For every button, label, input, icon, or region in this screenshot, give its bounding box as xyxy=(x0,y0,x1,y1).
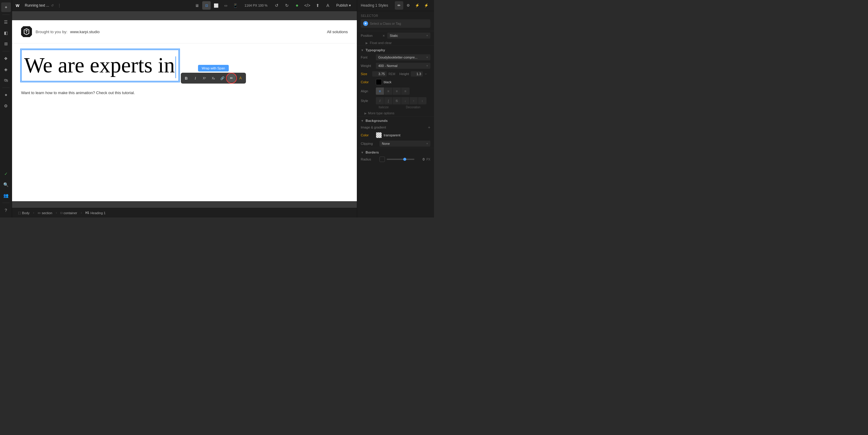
page-name[interactable]: Running text ... xyxy=(25,3,49,7)
canvas-container[interactable]: Brought to you by: www.karpi.studio All … xyxy=(12,11,357,218)
sidebar-icon-check[interactable]: ✓ xyxy=(1,169,11,179)
topbar-menu-dots[interactable]: ⋮ xyxy=(57,3,61,8)
style-label: Style xyxy=(361,99,374,103)
app-logo[interactable]: W xyxy=(16,3,19,8)
selector-plus-icon[interactable]: + xyxy=(363,21,368,26)
panel-top-icons: ✏ ⚙ ⚡ ⚡ xyxy=(395,1,430,10)
borders-section-header[interactable]: ▼ Borders xyxy=(357,148,434,155)
align-row: Align ≡ ≡ ≡ ≡ xyxy=(357,86,434,96)
align-left-btn[interactable]: ≡ xyxy=(376,87,384,95)
panel-title: Heading 1 Styles xyxy=(361,3,388,7)
format-link[interactable]: 🔗 xyxy=(218,74,227,82)
weight-dropdown[interactable]: 400 - Normal ▾ xyxy=(376,63,430,69)
status-btn[interactable]: ● xyxy=(293,1,301,10)
style-italic-btn[interactable]: I xyxy=(376,97,384,105)
clipping-label: Clipping xyxy=(361,142,378,145)
code-btn[interactable]: </> xyxy=(303,1,312,10)
sidebar-icon-pages[interactable]: ☰ xyxy=(1,17,11,27)
selector-input[interactable]: + Select a Class or Tag xyxy=(361,19,430,28)
backgrounds-chevron-icon: ▼ xyxy=(361,119,364,122)
float-label: Float and clear xyxy=(370,41,392,45)
align-center-btn[interactable]: ≡ xyxy=(384,87,393,95)
style-sub-btn[interactable]: ↓ xyxy=(401,97,410,105)
breadcrumb: ⬚ Body › ▭ section › □ container › H1 He… xyxy=(12,208,357,218)
height-decrease-btn[interactable]: − xyxy=(425,72,427,76)
clipping-dropdown[interactable]: None ▾ xyxy=(379,141,430,147)
color-label: Color xyxy=(361,80,374,84)
style-mid-btn[interactable]: ↕ xyxy=(418,97,427,105)
selector-label: Selector xyxy=(361,14,430,18)
sidebar-icon-settings[interactable]: ⚙ xyxy=(1,101,11,111)
radius-slider[interactable] xyxy=(387,159,414,160)
redo-btn[interactable]: ↻ xyxy=(283,1,291,10)
right-panel: Heading 1 Styles ✏ ⚙ ⚡ ⚡ Selector + Sele… xyxy=(357,0,434,218)
body-text[interactable]: Want to learn how to make this animation… xyxy=(12,90,357,95)
format-superscript[interactable]: X² xyxy=(200,74,209,82)
bg-color-swatch[interactable] xyxy=(376,132,382,138)
breadcrumb-heading1[interactable]: H1 Heading 1 xyxy=(83,210,108,215)
breadcrumb-container[interactable]: □ container xyxy=(58,210,80,215)
publish-button[interactable]: Publish ▾ xyxy=(334,2,353,9)
device-responsive[interactable]: ⊡ xyxy=(202,1,211,10)
sidebar-icon-help[interactable]: ? xyxy=(1,205,11,215)
sidebar-icon-assets[interactable]: ⊞ xyxy=(1,39,11,49)
sidebar-icon-search[interactable]: 🔍 xyxy=(1,180,11,190)
sidebar-icon-layers[interactable]: ◧ xyxy=(1,28,11,38)
position-dropdown[interactable]: Static ▾ xyxy=(387,33,430,39)
format-toolbar: B I X² X₂ 🔗 ✏ A xyxy=(181,73,246,84)
panel-style-btn[interactable]: ✏ xyxy=(395,1,403,10)
format-italic[interactable]: I xyxy=(191,74,199,82)
breadcrumb-body[interactable]: ⬚ Body xyxy=(16,210,32,215)
format-subscript[interactable]: X₂ xyxy=(209,74,218,82)
sidebar-icon-shop[interactable]: 🛍 xyxy=(1,76,11,85)
undo-btn[interactable]: ↺ xyxy=(273,1,281,10)
align-right-btn[interactable]: ≡ xyxy=(393,87,401,95)
typography-section-name: Typography xyxy=(366,48,385,52)
device-desktop[interactable]: 🖥 xyxy=(193,1,201,10)
sidebar-icon-add[interactable]: ＋ xyxy=(1,2,11,12)
color-swatch[interactable] xyxy=(376,79,382,85)
page-nav: All solutions xyxy=(327,30,348,34)
text-toolbar: Wrap with Span B I X² X₂ 🔗 ✏ A xyxy=(181,65,246,84)
sidebar-icon-users[interactable]: 👥 xyxy=(1,191,11,200)
accessibility-btn[interactable]: A xyxy=(324,1,332,10)
wrap-span-btn[interactable]: Wrap with Span xyxy=(198,65,228,71)
radius-icon[interactable] xyxy=(379,156,385,162)
image-gradient-add-btn[interactable]: + xyxy=(428,125,430,130)
panel-settings-btn[interactable]: ⚙ xyxy=(404,1,412,10)
more-type-options[interactable]: ▶ More type options xyxy=(357,110,434,116)
float-row[interactable]: ▶ Float and clear xyxy=(357,40,434,46)
sidebar-icon-cms[interactable]: ✦ xyxy=(1,90,11,100)
format-font-color[interactable]: A xyxy=(236,74,245,82)
share-btn[interactable]: ⬆ xyxy=(313,1,322,10)
sidebar-icon-components[interactable]: ❖ xyxy=(1,54,11,63)
sidebar-icon-symbols[interactable]: ◈ xyxy=(1,64,11,74)
height-input[interactable]: 1.3 xyxy=(411,71,423,77)
style-strikethrough-btn[interactable]: S xyxy=(393,97,401,105)
canvas-width: 1164 xyxy=(244,4,252,7)
height-label: Height xyxy=(399,72,409,76)
text-cursor xyxy=(176,56,176,78)
panel-interaction-btn[interactable]: ⚡ xyxy=(413,1,421,10)
style-sup-btn[interactable]: ↑ xyxy=(410,97,418,105)
page-edit-icon[interactable]: ↺ xyxy=(51,4,54,7)
align-justify-btn[interactable]: ≡ xyxy=(401,87,410,95)
sidebar-divider-3 xyxy=(2,87,10,88)
format-bold[interactable]: B xyxy=(182,74,190,82)
device-tablet-small[interactable]: ▭ xyxy=(221,1,230,10)
font-row: Font Goudybookletter-compre... ▾ xyxy=(357,53,434,61)
italicize-label: Italicize xyxy=(375,106,392,109)
typography-section-header[interactable]: ▼ Typography xyxy=(357,46,434,53)
font-dropdown[interactable]: Goudybookletter-compre... ▾ xyxy=(376,54,430,60)
style-italic2-btn[interactable]: I xyxy=(384,97,393,105)
size-input[interactable]: 3.75 xyxy=(372,71,387,77)
format-style[interactable]: ✏ xyxy=(227,74,236,82)
device-mobile[interactable]: 📱 xyxy=(231,1,240,10)
heading-1[interactable]: We are experts in xyxy=(21,50,179,82)
font-label: Font xyxy=(361,56,374,59)
panel-custom-btn[interactable]: ⚡ xyxy=(422,1,430,10)
position-clear-btn[interactable]: ✕ xyxy=(381,33,386,38)
breadcrumb-section[interactable]: ▭ section xyxy=(35,210,55,215)
device-tablet[interactable]: ⬜ xyxy=(212,1,220,10)
backgrounds-section-header[interactable]: ▼ Backgrounds xyxy=(357,116,434,124)
